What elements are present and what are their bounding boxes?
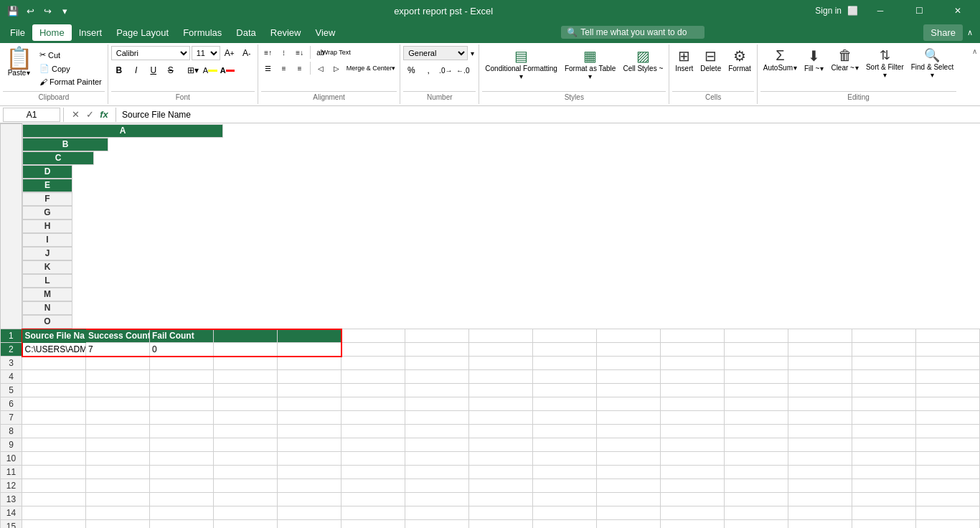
cell-N10[interactable] <box>852 452 916 466</box>
cell-E15[interactable] <box>278 520 341 529</box>
cell-E6[interactable] <box>278 397 341 411</box>
cell-K5[interactable] <box>661 384 725 397</box>
autosum-button[interactable]: Σ AutoSum▾ <box>760 46 800 73</box>
cell-D1[interactable] <box>214 329 278 343</box>
cell-B13[interactable] <box>86 493 150 506</box>
cell-L2[interactable] <box>725 343 788 357</box>
cell-M11[interactable] <box>788 466 852 479</box>
cell-O13[interactable] <box>916 493 980 506</box>
col-header-E[interactable]: E <box>22 179 72 192</box>
cell-G8[interactable] <box>405 425 469 438</box>
cell-C8[interactable] <box>150 425 214 438</box>
cell-C11[interactable] <box>150 466 214 479</box>
cell-F4[interactable] <box>341 370 405 384</box>
cell-N3[interactable] <box>852 357 916 370</box>
cell-O1[interactable] <box>916 329 980 343</box>
row-num-12[interactable]: 12 <box>1 479 22 493</box>
cell-G6[interactable] <box>405 397 469 411</box>
sign-in-button[interactable]: Sign in <box>815 6 842 16</box>
cell-O9[interactable] <box>916 438 980 452</box>
cell-A11[interactable] <box>22 466 86 479</box>
cell-O14[interactable] <box>916 506 980 520</box>
col-header-D[interactable]: D <box>22 165 72 179</box>
cell-H7[interactable] <box>469 411 533 425</box>
cell-H12[interactable] <box>469 479 533 493</box>
cell-O10[interactable] <box>916 452 980 466</box>
border-button[interactable]: ⊞▾ <box>185 63 201 77</box>
cell-D12[interactable] <box>214 479 278 493</box>
row-num-5[interactable]: 5 <box>1 384 22 397</box>
cell-I8[interactable] <box>533 425 597 438</box>
cell-A5[interactable] <box>22 384 86 397</box>
cell-C7[interactable] <box>150 411 214 425</box>
cell-A3[interactable] <box>22 357 86 370</box>
cell-C12[interactable] <box>150 479 214 493</box>
cell-B12[interactable] <box>86 479 150 493</box>
cell-K6[interactable] <box>661 397 725 411</box>
percent-button[interactable]: % <box>403 63 419 77</box>
cell-N2[interactable] <box>852 343 916 357</box>
cell-F7[interactable] <box>341 411 405 425</box>
share-button[interactable]: Share <box>923 24 963 41</box>
cell-G13[interactable] <box>405 493 469 506</box>
cancel-formula-button[interactable]: ✕ <box>70 109 81 120</box>
cell-M6[interactable] <box>788 397 852 411</box>
fill-color-button[interactable]: A <box>202 63 218 77</box>
cell-F6[interactable] <box>341 397 405 411</box>
cell-styles-button[interactable]: ▨ Cell Styles ~ <box>620 46 666 74</box>
cell-K8[interactable] <box>661 425 725 438</box>
search-box[interactable]: 🔍 Tell me what you want to do <box>561 26 705 39</box>
cell-F9[interactable] <box>341 438 405 452</box>
cell-A4[interactable] <box>22 370 86 384</box>
cell-B3[interactable] <box>86 357 150 370</box>
cell-F8[interactable] <box>341 425 405 438</box>
cell-M14[interactable] <box>788 506 852 520</box>
menu-insert[interactable]: Insert <box>72 24 110 41</box>
cell-G5[interactable] <box>405 384 469 397</box>
cell-O8[interactable] <box>916 425 980 438</box>
cell-I14[interactable] <box>533 506 597 520</box>
cell-H8[interactable] <box>469 425 533 438</box>
row-num-2[interactable]: 2 <box>1 343 22 357</box>
cell-I4[interactable] <box>533 370 597 384</box>
cell-D15[interactable] <box>214 520 278 529</box>
col-header-F[interactable]: F <box>22 192 72 206</box>
cell-N5[interactable] <box>852 384 916 397</box>
row-num-9[interactable]: 9 <box>1 438 22 452</box>
align-left-button[interactable]: ☰ <box>261 62 275 75</box>
cell-J11[interactable] <box>597 466 661 479</box>
cell-E9[interactable] <box>278 438 341 452</box>
cell-G3[interactable] <box>405 357 469 370</box>
cell-L14[interactable] <box>725 506 788 520</box>
menu-data[interactable]: Data <box>229 24 263 41</box>
cell-E2[interactable] <box>278 343 341 357</box>
cell-O4[interactable] <box>916 370 980 384</box>
delete-button[interactable]: ⊟ Delete <box>697 46 724 74</box>
cell-C3[interactable] <box>150 357 214 370</box>
cell-E3[interactable] <box>278 357 341 370</box>
cell-H1[interactable] <box>469 329 533 343</box>
cell-D9[interactable] <box>214 438 278 452</box>
cell-B8[interactable] <box>86 425 150 438</box>
cell-F1[interactable] <box>341 329 405 343</box>
cell-B15[interactable] <box>86 520 150 529</box>
cell-F12[interactable] <box>341 479 405 493</box>
col-header-B[interactable]: B <box>22 138 108 151</box>
cell-C15[interactable] <box>150 520 214 529</box>
cell-H10[interactable] <box>469 452 533 466</box>
cell-O3[interactable] <box>916 357 980 370</box>
cell-G12[interactable] <box>405 479 469 493</box>
cell-D8[interactable] <box>214 425 278 438</box>
indent-decrease-button[interactable]: ◁ <box>314 62 328 75</box>
cell-M7[interactable] <box>788 411 852 425</box>
font-size-select[interactable]: 11 <box>192 46 220 60</box>
cell-B7[interactable] <box>86 411 150 425</box>
cell-H3[interactable] <box>469 357 533 370</box>
cell-I2[interactable] <box>533 343 597 357</box>
cell-F11[interactable] <box>341 466 405 479</box>
cell-J9[interactable] <box>597 438 661 452</box>
cell-M2[interactable] <box>788 343 852 357</box>
fill-button[interactable]: ⬇ Fill ~▾ <box>801 46 826 74</box>
cell-N13[interactable] <box>852 493 916 506</box>
cell-L12[interactable] <box>725 479 788 493</box>
